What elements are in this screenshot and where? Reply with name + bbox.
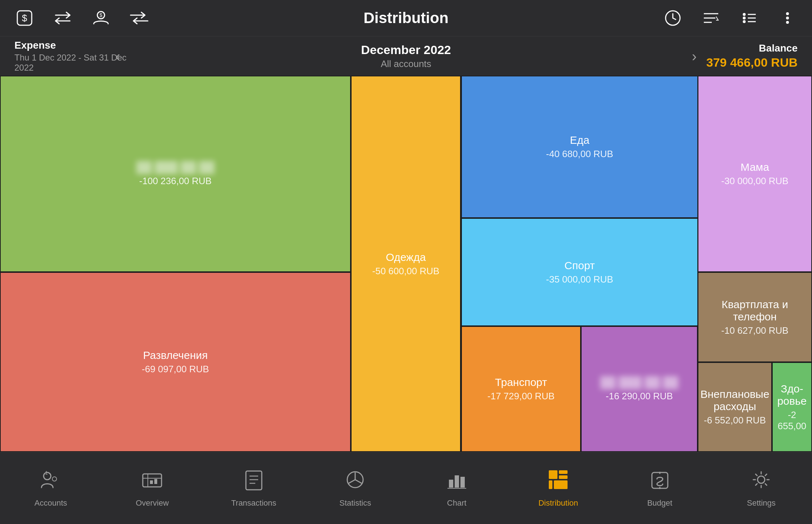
svg-point-42 [758, 476, 765, 483]
transactions-icon [243, 469, 265, 495]
svg-rect-31 [455, 475, 459, 488]
settings-icon [750, 469, 772, 495]
tile-name: Одежда [382, 251, 429, 263]
balance-label: Balance [668, 43, 798, 54]
tile-name: Квартплата и телефон [698, 298, 811, 323]
tile-6[interactable]: ██ ███ ██ ██-16 290,00 RUB [581, 326, 698, 452]
balance-value: 379 466,00 RUB [668, 55, 798, 70]
nav-item-transactions[interactable]: Transactions [203, 452, 305, 524]
svg-point-15 [786, 17, 789, 19]
svg-rect-37 [549, 480, 552, 489]
tile-4[interactable]: Спорт-35 000,00 RUB [461, 218, 698, 326]
accounts-label: All accounts [144, 58, 668, 70]
nav-item-statistics[interactable]: Statistics [305, 452, 406, 524]
chart-icon [446, 469, 468, 495]
svg-rect-30 [449, 480, 453, 488]
tile-name: Развлечения [140, 349, 211, 361]
tile-value: -100 236,00 RUB [139, 176, 212, 187]
budget-icon [649, 469, 671, 495]
nav-item-accounts[interactable]: 1 Accounts [0, 452, 102, 524]
hand-money-icon[interactable]: $ [91, 8, 111, 28]
dollar-icon[interactable]: $ [14, 8, 35, 28]
nav-label-distribution: Distribution [538, 498, 578, 508]
bottom-nav: 1 Accounts Overview Transactions Statist… [0, 452, 812, 524]
tile-value: -69 097,00 RUB [142, 364, 209, 375]
subheader: Expense Thu 1 Dec 2022 - Sat 31 Dec 2022… [0, 36, 812, 76]
accounts-icon: 1 [40, 469, 62, 495]
tile-value: -40 680,00 RUB [546, 148, 613, 160]
swap-icon[interactable] [129, 8, 149, 28]
tile-value: -35 000,00 RUB [546, 274, 613, 285]
tile-2[interactable]: Одежда-50 600,00 RUB [351, 76, 461, 452]
prev-arrow[interactable]: ‹ [115, 48, 120, 64]
tile-value: -10 627,00 RUB [721, 325, 788, 336]
nav-item-overview[interactable]: Overview [102, 452, 203, 524]
nav-item-chart[interactable]: Chart [406, 452, 508, 524]
svg-text:$: $ [22, 13, 27, 23]
subheader-center: December 2022 All accounts [144, 43, 668, 70]
tile-7[interactable]: Мама-30 000,00 RUB [698, 76, 812, 272]
svg-text:$: $ [100, 12, 102, 18]
statistics-icon [344, 469, 366, 495]
expense-date-range: Thu 1 Dec 2022 - Sat 31 Dec 2022 [14, 53, 144, 73]
top-bar: $ $ Distribution [0, 0, 812, 36]
tile-name-blurred: ██ ███ ██ ██ [133, 161, 218, 173]
tile-value: -17 729,00 RUB [487, 391, 555, 402]
expense-label: Expense [14, 40, 144, 51]
nav-label-chart: Chart [447, 498, 467, 508]
svg-point-16 [786, 21, 789, 24]
month-label: December 2022 [144, 43, 668, 57]
tile-value: -2 655,00 [773, 409, 811, 432]
svg-rect-32 [460, 477, 465, 488]
tile-10[interactable]: Здо-ровье-2 655,00 [772, 362, 812, 452]
nav-label-statistics: Statistics [339, 498, 371, 508]
tile-5[interactable]: Транспорт-17 729,00 RUB [461, 326, 581, 452]
tile-name-blurred: ██ ███ ██ ██ [597, 376, 682, 388]
list-icon[interactable] [739, 8, 759, 28]
nav-label-budget: Budget [647, 498, 672, 508]
svg-rect-23 [150, 480, 153, 484]
next-arrow[interactable]: › [692, 48, 697, 64]
tile-value: -16 290,00 RUB [606, 391, 673, 402]
tile-3[interactable]: Еда-40 680,00 RUB [461, 76, 698, 218]
svg-rect-34 [549, 470, 557, 479]
svg-rect-35 [559, 470, 568, 474]
tile-value: -6 552,00 RUB [704, 415, 766, 426]
tile-name: Мама [737, 161, 773, 173]
sort-icon[interactable] [701, 8, 721, 28]
svg-rect-24 [154, 479, 157, 484]
tile-value: -50 600,00 RUB [372, 266, 439, 277]
transfer-icon[interactable] [53, 8, 73, 28]
tile-1[interactable]: Развлечения-69 097,00 RUB [0, 272, 351, 452]
svg-point-9 [743, 17, 746, 19]
tile-name: Спорт [561, 259, 598, 272]
nav-item-distribution[interactable]: Distribution [508, 452, 609, 524]
tile-0[interactable]: ██ ███ ██ ██-100 236,00 RUB [0, 76, 351, 272]
clock-icon[interactable] [663, 8, 683, 28]
top-bar-left: $ $ [14, 8, 149, 28]
nav-item-budget[interactable]: Budget [609, 452, 711, 524]
subheader-left: Expense Thu 1 Dec 2022 - Sat 31 Dec 2022 [0, 40, 144, 73]
treemap: ██ ███ ██ ██-100 236,00 RUBРазвлечения-6… [0, 76, 812, 452]
distribution-icon [547, 469, 569, 495]
nav-label-settings: Settings [747, 498, 776, 508]
subheader-right: Balance 379 466,00 RUB [668, 43, 812, 70]
top-bar-right [663, 8, 798, 28]
svg-rect-38 [554, 480, 568, 489]
tile-name: Здо-ровье [773, 383, 811, 407]
tile-8[interactable]: Квартплата и телефон-10 627,00 RUB [698, 272, 812, 362]
svg-point-19 [52, 477, 57, 481]
nav-label-overview: Overview [136, 498, 169, 508]
more-icon[interactable] [777, 8, 798, 28]
nav-item-settings[interactable]: Settings [711, 452, 812, 524]
svg-rect-25 [246, 471, 262, 490]
svg-point-8 [743, 13, 746, 16]
svg-rect-36 [559, 475, 568, 479]
nav-label-transactions: Transactions [231, 498, 276, 508]
nav-label-accounts: Accounts [35, 498, 67, 508]
tile-9[interactable]: Внеплановые расходы-6 552,00 RUB [698, 362, 772, 452]
tile-name: Еда [566, 134, 593, 146]
tile-name: Транспорт [491, 376, 551, 388]
svg-text:1: 1 [45, 470, 48, 476]
svg-point-10 [743, 20, 746, 23]
